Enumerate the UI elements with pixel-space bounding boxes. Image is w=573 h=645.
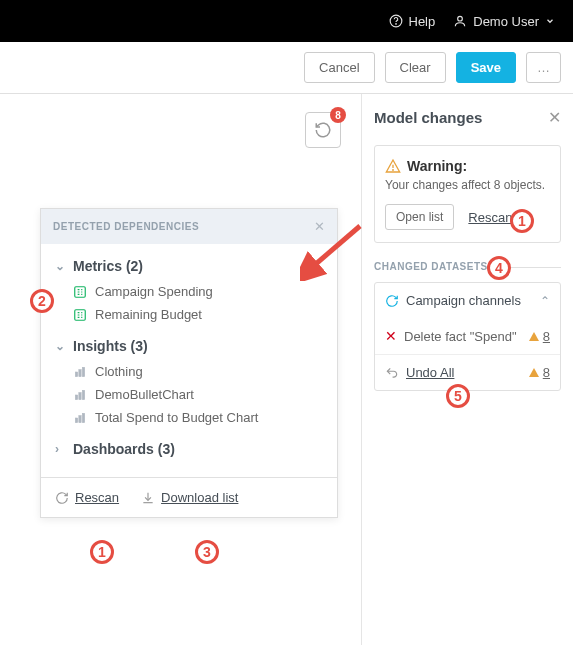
warning-triangle-icon bbox=[529, 368, 539, 377]
arrow-annotation bbox=[300, 221, 370, 281]
dataset-box: Campaign channels ⌃ ✕ Delete fact "Spend… bbox=[374, 282, 561, 391]
insight-item[interactable]: Clothing bbox=[55, 360, 323, 383]
change-text: Delete fact "Spend" bbox=[404, 329, 517, 344]
dataset-header[interactable]: Campaign channels ⌃ bbox=[375, 283, 560, 318]
download-list-link[interactable]: Download list bbox=[141, 490, 238, 505]
dependencies-footer: Rescan Download list bbox=[41, 477, 337, 517]
chart-icon bbox=[73, 388, 87, 402]
dependencies-panel: DETECTED DEPENDENCIES ✕ ⌄ Metrics (2) Ca… bbox=[40, 208, 338, 518]
rescan-link-footer[interactable]: Rescan bbox=[55, 490, 119, 505]
action-bar: Cancel Clear Save … bbox=[0, 42, 573, 94]
download-icon bbox=[141, 491, 155, 505]
help-link[interactable]: Help bbox=[389, 14, 436, 29]
svg-rect-7 bbox=[79, 369, 81, 376]
insights-label: Insights (3) bbox=[73, 338, 148, 354]
insight-item[interactable]: DemoBulletChart bbox=[55, 383, 323, 406]
dashboards-label: Dashboards (3) bbox=[73, 441, 175, 457]
refresh-icon bbox=[385, 294, 399, 308]
rescan-label: Rescan bbox=[75, 490, 119, 505]
panel-title: Model changes bbox=[374, 109, 482, 126]
help-icon bbox=[389, 14, 403, 28]
download-label: Download list bbox=[161, 490, 238, 505]
cancel-button[interactable]: Cancel bbox=[304, 52, 374, 83]
undo-box[interactable]: 8 bbox=[305, 112, 341, 148]
user-menu[interactable]: Demo User bbox=[453, 14, 555, 29]
warning-triangle-icon bbox=[529, 332, 539, 341]
dataset-footer: Undo All 8 bbox=[375, 354, 560, 390]
change-count[interactable]: 8 bbox=[543, 329, 550, 344]
insight-name: Total Spend to Budget Chart bbox=[95, 410, 258, 425]
callout-1: 1 bbox=[510, 209, 534, 233]
help-label: Help bbox=[409, 14, 436, 29]
insight-name: Clothing bbox=[95, 364, 143, 379]
changed-datasets-label: CHANGED DATASETS bbox=[374, 261, 561, 272]
chevron-right-icon: › bbox=[55, 442, 67, 456]
callout-5: 5 bbox=[446, 384, 470, 408]
dashboards-group-header[interactable]: › Dashboards (3) bbox=[55, 441, 323, 457]
metric-item[interactable]: Remaining Budget bbox=[55, 303, 323, 326]
save-button[interactable]: Save bbox=[456, 52, 516, 83]
model-changes-panel: Model changes ✕ Warning: Your changes af… bbox=[361, 94, 573, 645]
svg-rect-8 bbox=[82, 367, 84, 376]
user-label: Demo User bbox=[473, 14, 539, 29]
undo-icon bbox=[314, 121, 332, 139]
warning-text: Your changes affect 8 objects. bbox=[385, 178, 550, 192]
metrics-group-header[interactable]: ⌄ Metrics (2) bbox=[55, 258, 323, 274]
app-topbar: Help Demo User bbox=[0, 0, 573, 42]
callout-4: 4 bbox=[487, 256, 511, 280]
callout-1b: 1 bbox=[90, 540, 114, 564]
metric-item[interactable]: Campaign Spending bbox=[55, 280, 323, 303]
chart-icon bbox=[73, 411, 87, 425]
svg-rect-10 bbox=[79, 392, 81, 399]
metric-icon bbox=[73, 308, 87, 322]
insights-group-header[interactable]: ⌄ Insights (3) bbox=[55, 338, 323, 354]
undo-count[interactable]: 8 bbox=[543, 365, 550, 380]
svg-rect-4 bbox=[75, 286, 86, 297]
chevron-down-icon bbox=[545, 16, 555, 26]
undo-badge: 8 bbox=[330, 107, 346, 123]
svg-line-15 bbox=[310, 226, 360, 269]
callout-3: 3 bbox=[195, 540, 219, 564]
svg-point-2 bbox=[458, 16, 463, 21]
dataset-name: Campaign channels bbox=[406, 293, 521, 308]
svg-rect-5 bbox=[75, 309, 86, 320]
more-button[interactable]: … bbox=[526, 52, 561, 83]
svg-rect-12 bbox=[75, 418, 77, 423]
undo-all-link[interactable]: Undo All bbox=[406, 365, 454, 380]
open-list-button[interactable]: Open list bbox=[385, 204, 454, 230]
warning-icon bbox=[385, 158, 401, 174]
chevron-down-icon: ⌄ bbox=[55, 339, 67, 353]
svg-rect-11 bbox=[82, 390, 84, 399]
rescan-link[interactable]: Rescan bbox=[468, 210, 512, 225]
delete-icon: ✕ bbox=[385, 328, 397, 344]
metric-icon bbox=[73, 285, 87, 299]
undo-icon bbox=[385, 366, 399, 380]
metrics-label: Metrics (2) bbox=[73, 258, 143, 274]
svg-rect-13 bbox=[79, 415, 81, 422]
dataset-change-row: ✕ Delete fact "Spend" 8 bbox=[375, 318, 560, 354]
svg-rect-6 bbox=[75, 372, 77, 377]
dependencies-title: DETECTED DEPENDENCIES bbox=[53, 221, 199, 232]
refresh-icon bbox=[55, 491, 69, 505]
svg-rect-14 bbox=[82, 413, 84, 422]
chart-icon bbox=[73, 365, 87, 379]
chevron-down-icon: ⌄ bbox=[55, 259, 67, 273]
insight-item[interactable]: Total Spend to Budget Chart bbox=[55, 406, 323, 429]
warning-title: Warning: bbox=[407, 158, 467, 174]
metric-name: Campaign Spending bbox=[95, 284, 213, 299]
chevron-up-icon: ⌃ bbox=[540, 294, 550, 308]
svg-point-1 bbox=[395, 24, 396, 25]
clear-button[interactable]: Clear bbox=[385, 52, 446, 83]
svg-rect-9 bbox=[75, 395, 77, 400]
close-icon[interactable]: ✕ bbox=[548, 108, 561, 127]
callout-2: 2 bbox=[30, 289, 54, 313]
insight-name: DemoBulletChart bbox=[95, 387, 194, 402]
metric-name: Remaining Budget bbox=[95, 307, 202, 322]
warning-box: Warning: Your changes affect 8 objects. … bbox=[374, 145, 561, 243]
svg-point-3 bbox=[393, 170, 394, 171]
user-icon bbox=[453, 14, 467, 28]
